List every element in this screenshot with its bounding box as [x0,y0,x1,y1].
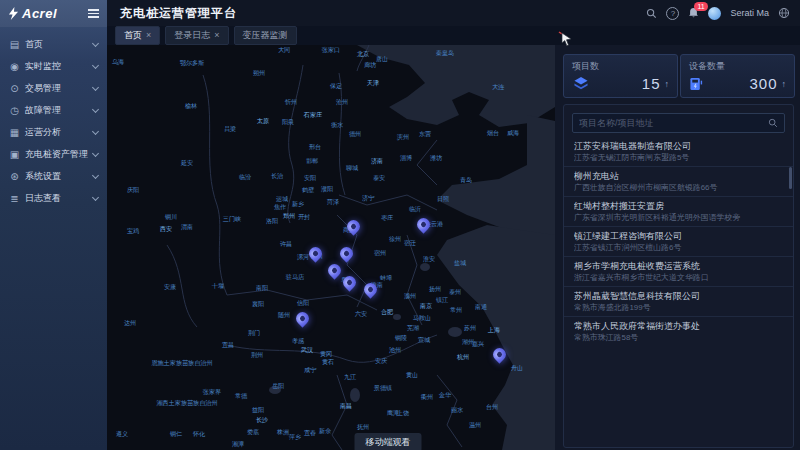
chevron-down-icon [92,83,99,90]
project-name: 江苏安科瑞电器制造有限公司 [574,141,783,152]
acrel-logo-icon [8,7,19,20]
project-name: 镇江绿建工程咨询有限公司 [574,231,783,242]
chevron-down-icon [92,105,99,112]
close-icon[interactable]: × [146,31,151,40]
logo-bar: Acrel [0,0,107,27]
app-root: Acrel ▤首页◉实时监控⊙交易管理◷故障管理▦运营分析▣充电桩资产管理⊛系统… [0,0,800,450]
sidebar-item-label: 首页 [25,38,43,51]
chevron-down-icon [92,193,99,200]
tab-label: 首页 [124,29,142,42]
username[interactable]: Serati Ma [730,8,769,18]
stat-label: 设备数量 [681,55,794,75]
project-list-item[interactable]: 江苏安科瑞电器制造有限公司江苏省无锡江阴市南闸东盟路5号 [564,137,793,167]
sidebar-item-log-view[interactable]: ≣日志查看 [0,187,107,209]
log-icon: ≣ [9,193,20,204]
tab-登录日志[interactable]: 登录日志× [165,26,228,45]
sidebar-item-pile-asset-management[interactable]: ▣充电桩资产管理 [0,143,107,165]
trend-up-icon: ↑ [665,79,670,89]
project-list-item[interactable]: 红坳村整村搬迁安置房广东省深圳市光明新区科裕通光明外国语学校旁 [564,197,793,227]
tab-label: 登录日志 [174,29,210,42]
sidebar-item-fault-management[interactable]: ◷故障管理 [0,99,107,121]
chevron-down-icon [92,127,99,134]
project-address: 广东省深圳市光明新区科裕通光明外国语学校旁 [574,213,758,223]
layers-icon [572,76,590,91]
chevron-down-icon [92,171,99,178]
stat-label: 项目数 [564,55,677,75]
project-search-box [572,113,785,133]
mobile-view-button[interactable]: 移动端观看 [355,433,422,450]
sidebar: Acrel ▤首页◉实时监控⊙交易管理◷故障管理▦运营分析▣充电桩资产管理⊛系统… [0,0,107,450]
stat-value: 15 [642,75,661,92]
sidebar-menu: ▤首页◉实时监控⊙交易管理◷故障管理▦运营分析▣充电桩资产管理⊛系统设置≣日志查… [0,27,107,209]
chevron-down-icon [92,61,99,68]
sidebar-item-operation-analysis[interactable]: ▦运营分析 [0,121,107,143]
analysis-icon: ▦ [9,127,20,138]
tab-label: 变压器监测 [243,29,288,42]
help-icon[interactable]: ? [666,7,679,20]
logo-text: Acrel [22,6,88,21]
project-name: 柳州充电站 [574,171,783,182]
stat-card-devices: 设备数量 300 ↑ [680,54,795,98]
monitor-icon: ◉ [9,61,20,72]
sidebar-item-label: 运营分析 [25,126,61,139]
sidebar-item-label: 交易管理 [25,82,61,95]
project-address: 江苏省无锡江阴市南闸东盟路5号 [574,153,758,163]
project-search-input[interactable] [573,118,768,128]
tab-变压器监测[interactable]: 变压器监测 [234,26,297,45]
project-name: 苏州晶葳智慧信息科技有限公司 [574,291,783,302]
right-panel: 项目数 15 ↑ 设备数量 300 ↑ [555,45,800,450]
home-icon: ▤ [9,39,20,50]
sidebar-item-system-settings[interactable]: ⊛系统设置 [0,165,107,187]
project-address: 常熟市海盛北路199号 [574,303,758,313]
sidebar-item-label: 实时监控 [25,60,61,73]
notification-bell-icon[interactable]: 11 [688,7,699,19]
notification-badge: 11 [694,2,707,11]
project-address: 广西壮族自治区柳州市柳南区航银路66号 [574,183,758,193]
search-icon[interactable] [646,8,657,19]
avatar[interactable] [708,7,721,20]
sidebar-item-label: 故障管理 [25,104,61,117]
project-list-item[interactable]: 常熟市人民政府常福街道办事处常熟市珠江路58号 [564,317,793,346]
project-list-item[interactable]: 苏州晶葳智慧信息科技有限公司常熟市海盛北路199号 [564,287,793,317]
project-name: 红坳村整村搬迁安置房 [574,201,783,212]
project-address: 江苏省镇江市润州区檀山路6号 [574,243,758,253]
project-address: 浙江省嘉兴市桐乡市世纪大道文华路口 [574,273,758,283]
charger-device-icon [689,76,704,91]
stat-card-projects: 项目数 15 ↑ [563,54,678,98]
stat-value: 300 [749,75,777,92]
project-name: 常熟市人民政府常福街道办事处 [574,321,783,332]
settings-icon: ⊛ [9,171,20,182]
sidebar-item-realtime-monitor[interactable]: ◉实时监控 [0,55,107,77]
chevron-down-icon [92,149,99,156]
search-icon[interactable] [768,118,784,128]
project-name: 桐乡市学桐充电桩收费运营系统 [574,261,783,272]
trend-up-icon: ↑ [782,79,787,89]
map-geography [107,45,555,450]
trade-icon: ⊙ [9,83,20,94]
sidebar-item-label: 系统设置 [25,170,61,183]
scrollbar-thumb[interactable] [789,167,792,189]
asset-icon: ▣ [9,149,20,160]
fault-icon: ◷ [9,105,20,116]
sidebar-item-home[interactable]: ▤首页 [0,33,107,55]
language-globe-icon[interactable] [778,7,790,19]
close-icon[interactable]: × [214,31,219,40]
tab-bar: 首页×登录日志×变压器监测 [107,26,800,45]
header: 充电桩运营管理平台 ? 11 Serati Ma [107,0,800,26]
project-list-card: 江苏安科瑞电器制造有限公司江苏省无锡江阴市南闸东盟路5号柳州充电站广西壮族自治区… [563,104,794,448]
project-list-item[interactable]: 镇江绿建工程咨询有限公司江苏省镇江市润州区檀山路6号 [564,227,793,257]
tab-首页[interactable]: 首页× [115,26,160,45]
sidebar-item-label: 充电桩资产管理 [25,148,88,161]
project-list-item[interactable]: 桐乡市学桐充电桩收费运营系统浙江省嘉兴市桐乡市世纪大道文华路口 [564,257,793,287]
menu-toggle-icon[interactable] [88,9,99,18]
sidebar-item-label: 日志查看 [25,192,61,205]
project-list-item[interactable]: 柳州充电站广西壮族自治区柳州市柳南区航银路66号 [564,167,793,197]
chevron-down-icon [92,39,99,46]
project-address: 常熟市珠江路58号 [574,333,758,343]
china-map[interactable]: 乌海鄂尔多斯大同张家口北京唐山秦皇岛廊坊朔州天津保定大连榆林忻州沧州太原阳泉石家… [107,45,555,450]
project-list: 江苏安科瑞电器制造有限公司江苏省无锡江阴市南闸东盟路5号柳州充电站广西壮族自治区… [564,137,793,346]
page-title: 充电桩运营管理平台 [107,5,646,22]
sidebar-item-trade-management[interactable]: ⊙交易管理 [0,77,107,99]
